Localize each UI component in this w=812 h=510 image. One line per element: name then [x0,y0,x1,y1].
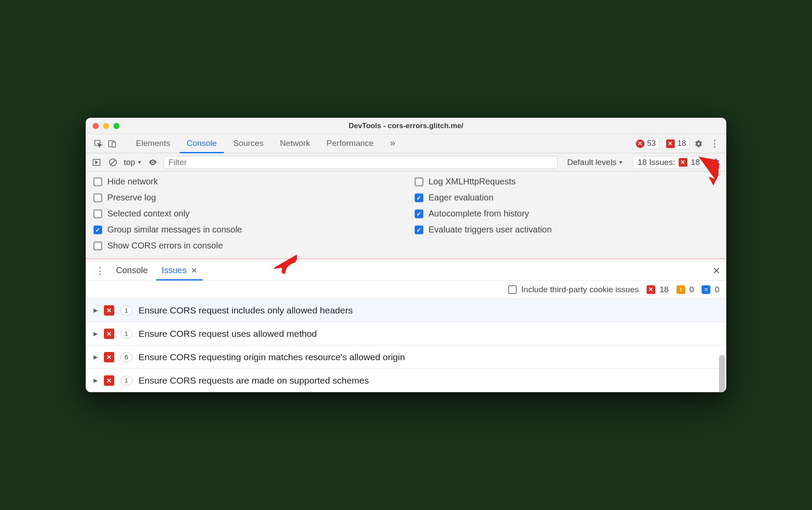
tab-console[interactable]: Console [180,135,224,153]
issue-row[interactable]: ▶ ✕ 6 Ensure CORS requesting origin matc… [86,345,726,369]
issue-count: 6 [120,352,132,362]
close-window-button[interactable] [93,123,99,129]
option-label: Selected context only [107,209,190,219]
issues-error-count: ✕ 18 [647,285,669,294]
issues-info-count: = 0 [702,285,719,294]
option-label: Evaluate triggers user activation [429,225,552,235]
issue-count: 1 [120,306,132,315]
tabs-overflow-button[interactable]: » [383,135,402,153]
scrollbar-thumb[interactable] [719,355,725,392]
log-levels-selector[interactable]: Default levels ▼ [563,158,628,167]
checkbox-icon [93,178,102,186]
issue-title: Ensure CORS request includes only allowe… [139,305,353,316]
issue-title: Ensure CORS requesting origin matches re… [139,352,405,362]
checkbox-checked-icon [93,226,102,234]
expand-icon: ▶ [93,377,98,384]
expand-icon: ▶ [93,330,98,337]
drawer-tabbar: ⋮ Console Issues ✕ ✕ [86,261,726,281]
issues-toolbar: Include third-party cookie issues ✕ 18 !… [86,281,726,299]
issue-row[interactable]: ▶ ✕ 1 Ensure CORS request uses allowed m… [86,322,726,345]
issue-title: Ensure CORS request uses allowed method [139,329,317,339]
checkbox-icon [93,194,102,202]
dropdown-icon: ▼ [137,159,142,165]
option-log-xhr[interactable]: Log XMLHttpRequests [415,177,719,187]
issues-label: 18 Issues: [638,158,675,167]
option-label: Include third-party cookie issues [521,285,638,294]
drawer-tab-issues[interactable]: Issues ✕ [156,262,203,281]
devtools-window: DevTools - cors-errors.glitch.me/ Elemen… [86,118,726,392]
clear-console-icon[interactable] [107,157,119,168]
option-eager-eval[interactable]: Eager evaluation [415,193,719,203]
option-user-activation[interactable]: Evaluate triggers user activation [415,225,719,235]
maximize-window-button[interactable] [113,123,119,129]
sidebar-toggle-icon[interactable] [91,157,102,168]
option-hide-network[interactable]: Hide network [93,177,397,187]
errors-badge[interactable]: ✕ 53 [632,138,660,149]
device-toolbar-icon[interactable] [106,138,118,149]
tab-sources[interactable]: Sources [226,135,271,153]
context-selector[interactable]: top ▼ [124,158,142,167]
checkbox-checked-icon [415,226,423,234]
close-drawer-icon[interactable]: ✕ [712,265,720,277]
issue-title: Ensure CORS requests are made on support… [139,375,369,386]
checkbox-checked-icon [415,210,423,218]
filter-input[interactable] [164,156,557,169]
checkbox-icon [93,242,102,250]
error-icon: ✕ [679,158,687,167]
settings-gear-icon[interactable] [693,138,704,149]
svg-rect-2 [112,142,116,147]
tab-performance[interactable]: Performance [319,135,380,153]
option-label: Group similar messages in console [107,225,242,235]
drawer-menu-icon[interactable]: ⋮ [92,265,107,277]
option-label: Hide network [107,177,158,187]
minimize-window-button[interactable] [103,123,109,129]
console-toolbar: top ▼ Default levels ▼ 18 Issues: ✕ 18 [86,153,726,171]
chat-error-icon: ✕ [666,139,675,148]
issue-category-icon: ✕ [104,375,114,386]
option-label: Show CORS errors in console [107,241,223,251]
annotation-arrow-icon [272,254,298,275]
option-group-similar[interactable]: Group similar messages in console [93,225,397,235]
levels-label: Default levels [567,158,616,167]
annotation-arrow-icon [696,156,720,186]
issue-row[interactable]: ▶ ✕ 1 Ensure CORS requests are made on s… [86,369,726,392]
live-expression-icon[interactable] [147,157,158,168]
issue-category-icon: ✕ [104,352,114,362]
drawer-tab-label: Issues [161,265,187,275]
drawer-tab-console[interactable]: Console [111,262,153,281]
titlebar: DevTools - cors-errors.glitch.me/ [86,118,726,134]
option-label: Log XMLHttpRequests [429,177,516,187]
issues-button[interactable]: 18 Issues: ✕ 18 [633,156,705,169]
option-autocomplete-history[interactable]: Autocomplete from history [415,209,719,219]
inspect-element-icon[interactable] [93,138,104,149]
console-settings-panel: Hide network Log XMLHttpRequests Preserv… [86,171,726,259]
issues-warning-count: ! 0 [677,285,694,294]
expand-icon: ▶ [93,354,98,360]
option-preserve-log[interactable]: Preserve log [93,193,397,203]
expand-icon: ▶ [93,307,98,313]
issues-badge[interactable]: ✕ 18 [662,138,690,149]
warning-icon: ! [677,285,685,294]
option-label: Preserve log [107,193,156,203]
context-label: top [124,158,135,167]
include-thirdparty-option[interactable]: Include third-party cookie issues [508,285,638,294]
issue-count: 1 [120,376,132,385]
window-controls [86,123,119,129]
checkbox-icon [93,210,102,218]
tab-elements[interactable]: Elements [129,135,177,153]
more-menu-icon[interactable]: ⋮ [706,138,722,149]
issues-list: ▶ ✕ 1 Ensure CORS request includes only … [86,299,726,392]
checkbox-icon [508,285,517,294]
option-selected-context[interactable]: Selected context only [93,209,397,219]
close-tab-icon[interactable]: ✕ [191,266,197,275]
tab-network[interactable]: Network [273,135,317,153]
option-show-cors-errors[interactable]: Show CORS errors in console [93,241,397,251]
option-label: Autocomplete from history [429,209,529,219]
error-icon: ✕ [647,285,655,294]
main-tabbar: Elements Console Sources Network Perform… [86,134,726,153]
svg-line-5 [110,160,116,165]
checkbox-checked-icon [415,194,423,202]
errors-count: 53 [647,139,656,148]
info-icon: = [702,285,710,294]
issue-row[interactable]: ▶ ✕ 1 Ensure CORS request includes only … [86,299,726,322]
